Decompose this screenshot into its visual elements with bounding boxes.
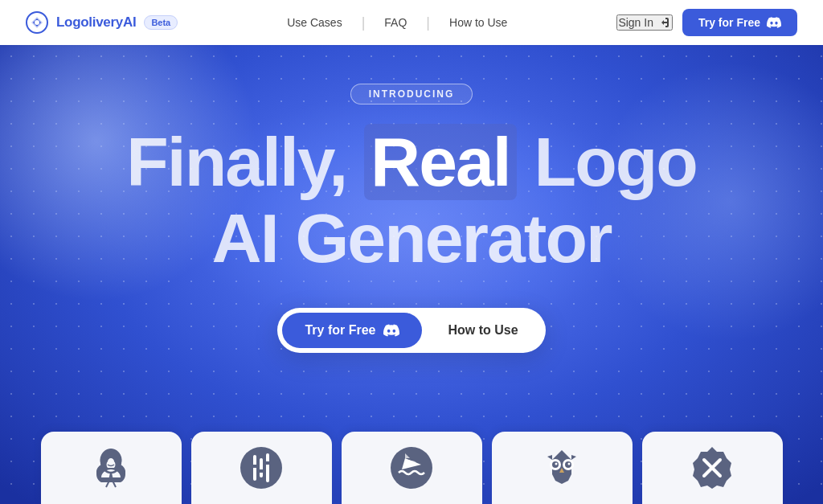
svg-point-16 xyxy=(391,447,432,489)
svg-rect-12 xyxy=(266,453,269,482)
sign-in-button[interactable]: Sign In xyxy=(616,14,673,31)
discord-icon xyxy=(767,15,781,30)
sign-in-icon xyxy=(658,16,671,29)
owl-icon xyxy=(536,442,588,494)
logo-card-equalizer xyxy=(191,432,332,504)
hero-title-highlight: Real xyxy=(364,124,517,200)
logo-card-ship xyxy=(342,432,482,504)
nav-use-cases[interactable]: Use Cases xyxy=(274,11,354,34)
hero-section: INTRODUCING Finally, Real Logo AI Genera… xyxy=(0,45,823,504)
svg-rect-15 xyxy=(264,461,271,465)
nav-divider-2: | xyxy=(426,15,430,30)
hero-title-line1: Finally, Real Logo xyxy=(126,124,697,200)
svg-rect-14 xyxy=(258,469,264,473)
logo-card-face xyxy=(41,432,182,504)
navbar: LogoliveryAI Beta Use Cases | FAQ | How … xyxy=(0,0,823,45)
svg-point-23 xyxy=(568,463,571,465)
nav-divider-1: | xyxy=(362,15,366,30)
hero-title: Finally, Real Logo AI Generator xyxy=(126,124,697,276)
logo-card-owl xyxy=(492,432,633,504)
nav-how-to-use[interactable]: How to Use xyxy=(436,11,520,34)
logo-icon xyxy=(26,11,48,34)
hero-how-to-use-button[interactable]: How to Use xyxy=(425,313,540,347)
hero-content: INTRODUCING Finally, Real Logo AI Genera… xyxy=(0,45,823,379)
nav-faq[interactable]: FAQ xyxy=(371,11,420,34)
svg-point-22 xyxy=(555,463,558,465)
svg-rect-13 xyxy=(252,465,258,468)
equalizer-icon xyxy=(235,442,287,494)
svg-point-1 xyxy=(35,20,39,25)
cta-discord-icon xyxy=(383,322,399,338)
svg-rect-11 xyxy=(260,458,263,477)
face-icon xyxy=(85,442,137,494)
badge-x-icon xyxy=(686,442,738,494)
svg-point-17 xyxy=(407,461,416,465)
navbar-try-free-button[interactable]: Try for Free xyxy=(682,9,797,36)
logo-cards-strip xyxy=(0,432,823,504)
navbar-actions: Sign In Try for Free xyxy=(616,9,797,36)
navbar-links: Use Cases | FAQ | How to Use xyxy=(274,11,520,34)
beta-badge: Beta xyxy=(144,15,178,30)
cta-container: Try for Free How to Use xyxy=(277,308,545,353)
ship-icon xyxy=(386,442,437,494)
navbar-brand: LogoliveryAI Beta xyxy=(26,11,178,34)
logo-text: LogoliveryAI xyxy=(56,14,136,31)
logo-card-badge xyxy=(642,432,783,504)
introducing-badge: INTRODUCING xyxy=(350,84,473,104)
hero-try-free-button[interactable]: Try for Free xyxy=(282,313,422,348)
hero-title-line2: AI Generator xyxy=(126,200,697,277)
